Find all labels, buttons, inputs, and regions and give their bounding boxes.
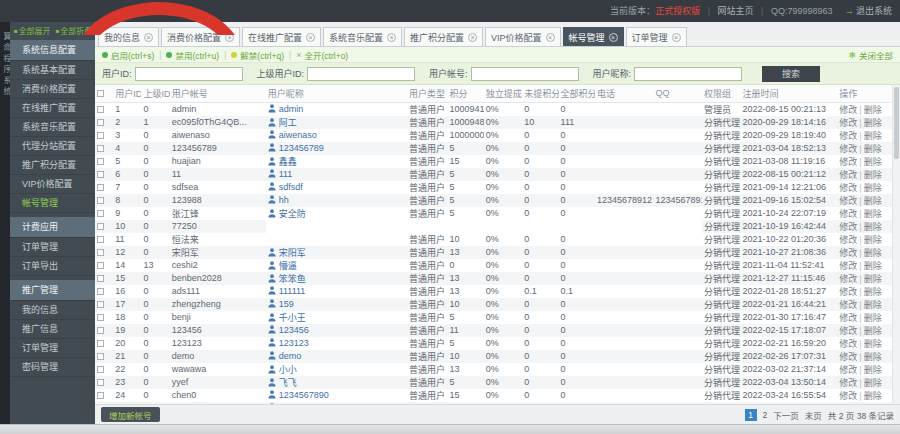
edit-link[interactable]: 修改 xyxy=(839,274,857,284)
tab[interactable]: 订单管理× xyxy=(626,27,687,46)
row-checkbox[interactable] xyxy=(97,275,104,282)
edit-link[interactable]: 修改 xyxy=(839,326,857,336)
close-all-link[interactable]: ✻关闭全部 xyxy=(849,49,893,61)
page-current[interactable]: 1 xyxy=(745,409,757,421)
row-checkbox[interactable] xyxy=(97,379,104,386)
toolbar-action[interactable]: 启用(ctrl+s) xyxy=(102,49,154,61)
delete-link[interactable]: 删除 xyxy=(864,144,882,154)
row-checkbox[interactable] xyxy=(97,327,104,334)
last-page-link[interactable]: 末页 xyxy=(805,409,822,421)
sidebar-item[interactable]: 帐号管理 xyxy=(10,194,95,213)
sidebar-item[interactable]: 代理分站配置 xyxy=(10,137,95,156)
edit-link[interactable]: 修改 xyxy=(839,300,857,310)
row-checkbox[interactable] xyxy=(97,353,104,360)
vertical-scrollbar[interactable] xyxy=(892,85,900,404)
delete-link[interactable]: 删除 xyxy=(864,404,882,405)
edit-link[interactable]: 修改 xyxy=(839,222,857,232)
sidebar-group-header[interactable]: 系统信息配置 xyxy=(10,40,95,61)
delete-link[interactable]: 删除 xyxy=(864,391,882,401)
delete-link[interactable]: 删除 xyxy=(864,378,882,388)
filter-input[interactable] xyxy=(307,67,415,81)
edit-link[interactable]: 修改 xyxy=(839,391,857,401)
edit-link[interactable]: 修改 xyxy=(839,404,857,405)
row-checkbox[interactable] xyxy=(97,184,104,191)
edit-link[interactable]: 修改 xyxy=(839,144,857,154)
logout-link[interactable]: →退出系统 xyxy=(845,6,892,16)
edit-link[interactable]: 修改 xyxy=(839,313,857,323)
tab[interactable]: 帐号管理× xyxy=(563,27,624,46)
edit-link[interactable]: 修改 xyxy=(839,339,857,349)
delete-link[interactable]: 删除 xyxy=(864,105,882,115)
tab-close-icon[interactable]: × xyxy=(306,33,315,42)
row-checkbox[interactable] xyxy=(97,197,104,204)
sidebar-item[interactable]: 我的信息 xyxy=(10,301,95,320)
row-checkbox[interactable] xyxy=(97,340,104,347)
filter-input[interactable] xyxy=(471,67,579,81)
edit-link[interactable]: 修改 xyxy=(839,235,857,245)
expand-all-link[interactable]: ■全部展开 xyxy=(14,25,51,36)
sidebar-item[interactable]: 系统音乐配置 xyxy=(10,118,95,137)
delete-link[interactable]: 删除 xyxy=(864,300,882,310)
row-checkbox[interactable] xyxy=(97,288,104,295)
tab-close-icon[interactable]: × xyxy=(546,33,555,42)
delete-link[interactable]: 删除 xyxy=(864,339,882,349)
filter-input[interactable] xyxy=(634,67,742,81)
row-checkbox[interactable] xyxy=(97,210,104,217)
edit-link[interactable]: 修改 xyxy=(839,209,857,219)
delete-link[interactable]: 删除 xyxy=(864,131,882,141)
delete-link[interactable]: 删除 xyxy=(864,287,882,297)
sidebar-item[interactable]: 推广积分配置 xyxy=(10,156,95,175)
tab-close-icon[interactable]: × xyxy=(387,33,396,42)
edit-link[interactable]: 修改 xyxy=(839,118,857,128)
delete-link[interactable]: 删除 xyxy=(864,170,882,180)
home-link[interactable]: 网站主页 xyxy=(718,6,754,16)
tab[interactable]: 推广积分配置× xyxy=(404,27,483,46)
delete-link[interactable]: 删除 xyxy=(864,183,882,193)
delete-link[interactable]: 删除 xyxy=(864,118,882,128)
tab-close-icon[interactable]: × xyxy=(609,33,618,42)
toolbar-action[interactable]: 解禁(ctrl+q) xyxy=(231,49,284,61)
scrollbar-thumb[interactable] xyxy=(894,87,899,159)
row-checkbox[interactable] xyxy=(97,145,104,152)
sidebar-item[interactable]: VIP价格配置 xyxy=(10,175,95,194)
edit-link[interactable]: 修改 xyxy=(839,196,857,206)
delete-link[interactable]: 删除 xyxy=(864,196,882,206)
sidebar-item[interactable]: 订单导出 xyxy=(10,257,95,276)
row-checkbox[interactable] xyxy=(97,106,104,113)
edit-link[interactable]: 修改 xyxy=(839,157,857,167)
delete-link[interactable]: 删除 xyxy=(864,222,882,232)
sidebar-item[interactable]: 密码管理 xyxy=(10,358,95,377)
edit-link[interactable]: 修改 xyxy=(839,248,857,258)
filter-input[interactable] xyxy=(135,67,243,81)
delete-link[interactable]: 删除 xyxy=(864,313,882,323)
row-checkbox[interactable] xyxy=(97,132,104,139)
sidebar-item[interactable]: 订单管理 xyxy=(10,339,95,358)
row-checkbox[interactable] xyxy=(97,314,104,321)
toolbar-action[interactable]: ×全开(ctrl+o) xyxy=(296,49,348,61)
next-page-link[interactable]: 下一页 xyxy=(773,409,799,421)
sidebar-item[interactable]: 在线推广配置 xyxy=(10,99,95,118)
sidebar-group-header[interactable]: 推广管理 xyxy=(10,280,95,301)
edit-link[interactable]: 修改 xyxy=(839,352,857,362)
sidebar-group-header[interactable]: 计费应用 xyxy=(10,217,95,238)
edit-link[interactable]: 修改 xyxy=(839,183,857,193)
page-2-link[interactable]: 2 xyxy=(763,410,768,420)
row-checkbox[interactable] xyxy=(97,249,104,256)
delete-link[interactable]: 删除 xyxy=(864,157,882,167)
sidebar-item[interactable]: 消费价格配置 xyxy=(10,80,95,99)
delete-link[interactable]: 删除 xyxy=(864,261,882,271)
row-checkbox[interactable] xyxy=(97,366,104,373)
row-checkbox[interactable] xyxy=(97,262,104,269)
delete-link[interactable]: 删除 xyxy=(864,248,882,258)
select-all-checkbox[interactable] xyxy=(97,90,104,97)
edit-link[interactable]: 修改 xyxy=(839,365,857,375)
sidebar-item[interactable]: 系统基本配置 xyxy=(10,61,95,80)
tab[interactable]: 系统音乐配置× xyxy=(323,27,402,46)
tab[interactable]: VIP价格配置× xyxy=(485,27,561,46)
row-checkbox[interactable] xyxy=(97,119,104,126)
row-checkbox[interactable] xyxy=(97,158,104,165)
tab-close-icon[interactable]: × xyxy=(672,33,681,42)
delete-link[interactable]: 删除 xyxy=(864,352,882,362)
search-button[interactable]: 搜索 xyxy=(762,66,820,82)
edit-link[interactable]: 修改 xyxy=(839,170,857,180)
